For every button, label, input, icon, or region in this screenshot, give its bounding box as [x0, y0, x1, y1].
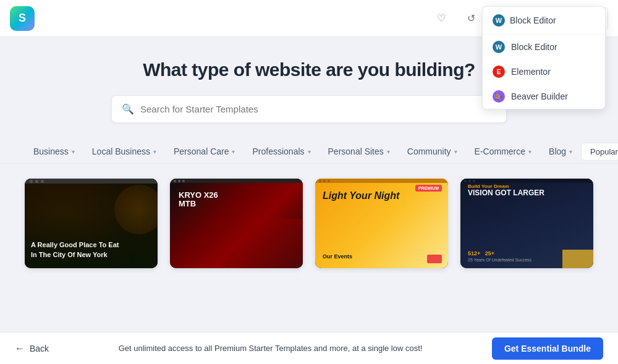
browser-bar	[25, 179, 158, 184]
card-bike-image: KRYO X26MTB	[170, 179, 303, 268]
dropdown-item-block-editor[interactable]: W Block Editor	[483, 35, 605, 59]
search-bar: 🔍	[111, 95, 507, 123]
elementor-icon: E	[493, 66, 505, 78]
block-editor-label: Block Editor	[511, 42, 557, 52]
tab-personal-sites[interactable]: Personal Sites ▾	[320, 140, 399, 164]
chevron-down-icon: ▾	[454, 148, 457, 155]
card-bike-text: KRYO X26MTB	[179, 191, 218, 209]
tab-local-business[interactable]: Local Business ▾	[83, 140, 165, 164]
dot-3	[182, 180, 185, 182]
back-button[interactable]: ← Back	[15, 343, 49, 354]
chevron-down-icon: ▾	[308, 148, 311, 155]
filter-tabs: Business ▾ Local Business ▾ Personal Car…	[0, 140, 618, 164]
popular-label: Popular	[590, 147, 618, 156]
tab-business[interactable]: Business ▾	[25, 140, 83, 164]
chevron-down-icon: ▾	[387, 148, 390, 155]
dot-2	[468, 180, 471, 182]
card-event-subtitle: Our Events	[323, 253, 352, 260]
tab-professionals[interactable]: Professionals ▾	[243, 140, 319, 164]
chevron-down-icon: ▾	[153, 148, 156, 155]
heart-icon: ♡	[437, 12, 446, 24]
dot-1	[319, 180, 321, 182]
vision-accent	[562, 250, 593, 268]
search-input[interactable]	[140, 104, 496, 114]
chevron-down-icon: ▾	[72, 148, 75, 155]
dropdown-wp-icon: W	[493, 14, 505, 27]
app-logo: S	[10, 6, 35, 31]
block-editor-icon: W	[493, 41, 505, 53]
bottom-bar: ← Back Get unlimited access to all Premi…	[0, 332, 618, 364]
template-card-bike[interactable]: KRYO X26MTB	[170, 179, 303, 268]
dot-3	[473, 180, 475, 182]
card-restaurant-text: A Really Good Place To EatIn The City Of…	[31, 240, 119, 260]
dot-2	[178, 180, 180, 182]
vision-background: VISION GOT LARGER Build Your Dream 512+ …	[460, 179, 593, 268]
browser-bar-vision	[460, 179, 593, 183]
card-vision-tagline: Build Your Dream	[468, 184, 509, 189]
card-restaurant-image: A Really Good Place To EatIn The City Of…	[25, 179, 158, 268]
dropdown-item-beaver-builder[interactable]: 🦫 Beaver Builder	[483, 84, 605, 109]
template-card-restaurant[interactable]: A Really Good Place To EatIn The City Of…	[25, 179, 158, 268]
template-card-event[interactable]: PREMIUM Light Your Night Our Events	[315, 179, 448, 268]
favorites-button[interactable]: ♡	[430, 7, 452, 30]
tab-blog[interactable]: Blog ▾	[540, 140, 581, 164]
food-circle-decoration	[114, 185, 158, 234]
template-grid: A Really Good Place To EatIn The City Of…	[0, 164, 618, 283]
refresh-icon: ↺	[467, 12, 475, 24]
card-event-image: PREMIUM Light Your Night Our Events	[315, 179, 448, 268]
dot-1	[174, 180, 176, 182]
dropdown-header: W Block Editor	[483, 7, 605, 35]
template-card-vision[interactable]: VISION GOT LARGER Build Your Dream 512+ …	[460, 179, 593, 268]
dot-2	[35, 180, 38, 183]
event-background: PREMIUM Light Your Night Our Events	[315, 179, 448, 268]
card-event-title: Light Your Night	[323, 190, 399, 201]
premium-badge: PREMIUM	[415, 185, 442, 192]
beaver-builder-label: Beaver Builder	[511, 91, 568, 101]
chevron-down-icon: ▾	[232, 148, 235, 155]
card-vision-title: VISION GOT LARGER	[468, 188, 586, 197]
card-vision-image: VISION GOT LARGER Build Your Dream 512+ …	[460, 179, 593, 268]
tab-personal-care[interactable]: Personal Care ▾	[165, 140, 244, 164]
tab-community[interactable]: Community ▾	[399, 140, 466, 164]
dot-3	[41, 180, 44, 183]
restaurant-background: A Really Good Place To EatIn The City Of…	[25, 179, 158, 268]
bike-background: KRYO X26MTB	[170, 179, 303, 268]
vision-stats: 512+ 25+ 25 Years Of Undefeated Success	[468, 250, 531, 262]
promo-text: Get unlimited access to all Premium Star…	[119, 344, 423, 353]
popular-filter[interactable]: Popular ▾	[581, 143, 618, 161]
back-arrow-icon: ←	[15, 343, 25, 354]
browser-bar-event	[315, 179, 448, 183]
search-container: 🔍	[111, 95, 507, 123]
chevron-down-icon: ▾	[569, 148, 572, 155]
back-label: Back	[30, 344, 49, 353]
chevron-down-icon: ▾	[528, 148, 531, 155]
bike-shape	[229, 219, 303, 268]
event-cta	[427, 255, 442, 263]
dot-2	[323, 180, 326, 182]
editor-dropdown-menu: W Block Editor W Block Editor E Elemento…	[482, 6, 606, 109]
browser-bar-bike	[170, 179, 303, 183]
dot-3	[328, 180, 330, 182]
get-bundle-button[interactable]: Get Essential Bundle	[492, 337, 603, 360]
tab-e-commerce[interactable]: E-Commerce ▾	[466, 140, 540, 164]
dot-1	[30, 180, 33, 183]
dropdown-item-elementor[interactable]: E Elementor	[483, 59, 605, 84]
search-icon: 🔍	[122, 103, 134, 115]
beaver-builder-icon: 🦫	[493, 90, 505, 103]
refresh-button[interactable]: ↺	[460, 7, 482, 30]
dot-1	[464, 180, 467, 182]
elementor-label: Elementor	[511, 67, 551, 77]
dropdown-header-label: Block Editor	[510, 15, 556, 25]
